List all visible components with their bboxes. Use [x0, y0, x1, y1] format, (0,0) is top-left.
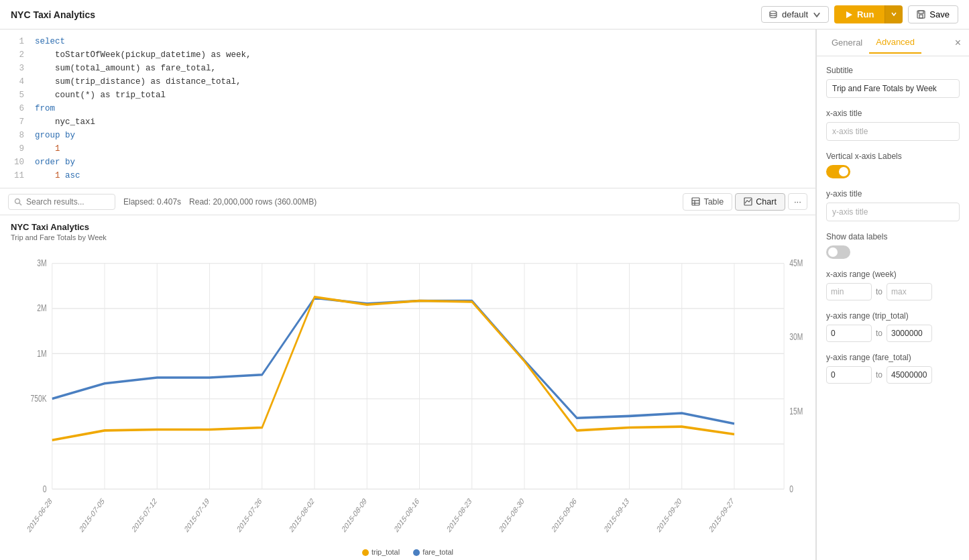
more-button[interactable]: ··· — [788, 193, 807, 210]
tab-general[interactable]: General — [825, 32, 869, 53]
svg-text:2015-08-02: 2015-08-02 — [288, 496, 316, 534]
yaxis-title-label: y-axis title — [826, 189, 960, 199]
legend-fare-total: fare_total — [413, 548, 453, 556]
svg-text:0: 0 — [43, 484, 47, 494]
yaxis-title-input[interactable] — [826, 203, 960, 221]
run-button[interactable]: Run — [834, 5, 885, 23]
code-line-4: 4 sum(trip_distance) as distance_total, — [0, 75, 815, 89]
run-btn-group: Run — [834, 5, 903, 23]
xaxis-range-group: x-axis range (week) to — [826, 270, 960, 300]
yaxis-trip-range-group: y-axis range (trip_total) to — [826, 311, 960, 342]
svg-text:1M: 1M — [37, 348, 46, 359]
chevron-down-icon — [891, 11, 897, 17]
show-data-labels-toggle-row — [826, 245, 960, 259]
subtitle-group: Subtitle — [826, 66, 960, 98]
search-box[interactable] — [8, 194, 115, 210]
yaxis-title-group: y-axis title — [826, 189, 960, 221]
svg-rect-4 — [919, 15, 923, 18]
show-data-labels-toggle[interactable] — [826, 245, 850, 259]
vertical-xaxis-group: Vertical x-axis Labels — [826, 152, 960, 178]
results-actions: Table Chart ··· — [683, 193, 807, 211]
svg-text:2015-08-09: 2015-08-09 — [341, 496, 368, 534]
xaxis-range-row: to — [826, 283, 960, 300]
show-data-labels-label: Show data labels — [826, 232, 960, 241]
vertical-xaxis-toggle[interactable] — [826, 165, 850, 178]
chart-subtitle: Trip and Fare Totals by Week — [11, 233, 805, 241]
svg-text:45M: 45M — [789, 258, 803, 268]
code-editor[interactable]: 1 select 2 toStartOfWeek(pickup_datetime… — [0, 30, 815, 188]
subtitle-label: Subtitle — [826, 66, 960, 75]
svg-rect-7 — [692, 198, 699, 205]
svg-text:0: 0 — [789, 484, 793, 494]
code-line-9: 9 1 — [0, 142, 815, 156]
db-selector[interactable]: default — [761, 6, 829, 23]
yaxis-fare-max-input[interactable] — [887, 366, 932, 384]
svg-text:2015-07-19: 2015-07-19 — [183, 496, 211, 534]
db-icon — [768, 10, 778, 19]
editor-area: 1 select 2 toStartOfWeek(pickup_datetime… — [0, 30, 816, 560]
svg-text:2015-09-06: 2015-09-06 — [551, 496, 578, 534]
code-line-7: 7 nyc_taxi — [0, 115, 815, 129]
show-data-labels-group: Show data labels — [826, 232, 960, 259]
xaxis-max-input[interactable] — [887, 283, 932, 300]
svg-text:15M: 15M — [789, 406, 803, 416]
svg-text:2015-08-16: 2015-08-16 — [393, 496, 420, 534]
svg-text:2015-08-30: 2015-08-30 — [498, 496, 526, 534]
code-line-10: 10 order by — [0, 156, 815, 169]
svg-marker-1 — [846, 11, 852, 18]
svg-rect-3 — [919, 11, 923, 13]
svg-point-0 — [770, 11, 777, 13]
yaxis-trip-max-input[interactable] — [887, 325, 932, 342]
xaxis-title-input[interactable] — [826, 122, 960, 141]
xaxis-min-input[interactable] — [826, 283, 872, 300]
svg-text:30M: 30M — [789, 332, 803, 343]
vertical-xaxis-label: Vertical x-axis Labels — [826, 152, 960, 161]
code-line-8: 8 group by — [0, 129, 815, 142]
panel-content: Subtitle x-axis title Vertical x-axis La… — [817, 56, 969, 393]
chart-container: 3M 2M 1M 750K 0 45M 30M 15M 0 — [11, 244, 805, 542]
play-icon — [845, 11, 853, 19]
xaxis-range-label: x-axis range (week) — [826, 270, 960, 279]
table-tab-button[interactable]: Table — [683, 193, 732, 211]
chart-tab-button[interactable]: Chart — [735, 193, 785, 211]
search-input[interactable] — [26, 197, 107, 207]
yaxis-fare-range-label: y-axis range (fare_total) — [826, 353, 960, 362]
db-label: default — [782, 9, 808, 19]
xaxis-title-group: x-axis title — [826, 109, 960, 141]
save-button[interactable]: Save — [908, 5, 958, 23]
svg-text:2015-07-05: 2015-07-05 — [78, 496, 106, 534]
topbar-actions: default Run Save — [761, 5, 958, 23]
table-icon — [691, 197, 700, 206]
code-line-1: 1 select — [0, 35, 815, 48]
search-icon — [14, 198, 22, 206]
run-dropdown-button[interactable] — [885, 5, 903, 23]
yaxis-trip-range-row: to — [826, 325, 960, 342]
tab-advanced[interactable]: Advanced — [869, 32, 921, 54]
yaxis-fare-range-row: to — [826, 366, 960, 384]
svg-text:750K: 750K — [30, 393, 47, 404]
code-line-11: 11 1 asc — [0, 169, 815, 182]
yaxis-fare-min-input[interactable] — [826, 366, 872, 384]
chart-title: NYC Taxi Analytics — [11, 222, 805, 232]
svg-text:2015-07-26: 2015-07-26 — [235, 496, 263, 534]
svg-text:2015-09-20: 2015-09-20 — [655, 496, 683, 534]
yaxis-trip-min-input[interactable] — [826, 325, 872, 342]
legend-trip-total: trip_total — [362, 548, 400, 556]
code-line-5: 5 count(*) as trip_total — [0, 89, 815, 102]
svg-text:2015-09-27: 2015-09-27 — [708, 496, 736, 534]
close-button[interactable]: × — [955, 37, 961, 49]
chart-area: NYC Taxi Analytics Trip and Fare Totals … — [0, 215, 815, 560]
svg-text:3M: 3M — [37, 258, 46, 268]
read-info: Read: 20,000,000 rows (360.00MB) — [189, 197, 317, 207]
code-line-6: 6 from — [0, 102, 815, 115]
svg-text:2M: 2M — [37, 303, 46, 314]
chevron-down-icon — [812, 10, 821, 19]
code-line-3: 3 sum(total_amount) as fare_total, — [0, 62, 815, 75]
xaxis-title-label: x-axis title — [826, 109, 960, 118]
chart-legend: trip_total fare_total — [11, 548, 805, 556]
svg-text:2015-07-12: 2015-07-12 — [131, 496, 158, 534]
chart-icon — [744, 197, 752, 206]
save-icon — [917, 10, 925, 19]
subtitle-input[interactable] — [826, 79, 960, 98]
chart-svg: 3M 2M 1M 750K 0 45M 30M 15M 0 — [11, 244, 805, 542]
